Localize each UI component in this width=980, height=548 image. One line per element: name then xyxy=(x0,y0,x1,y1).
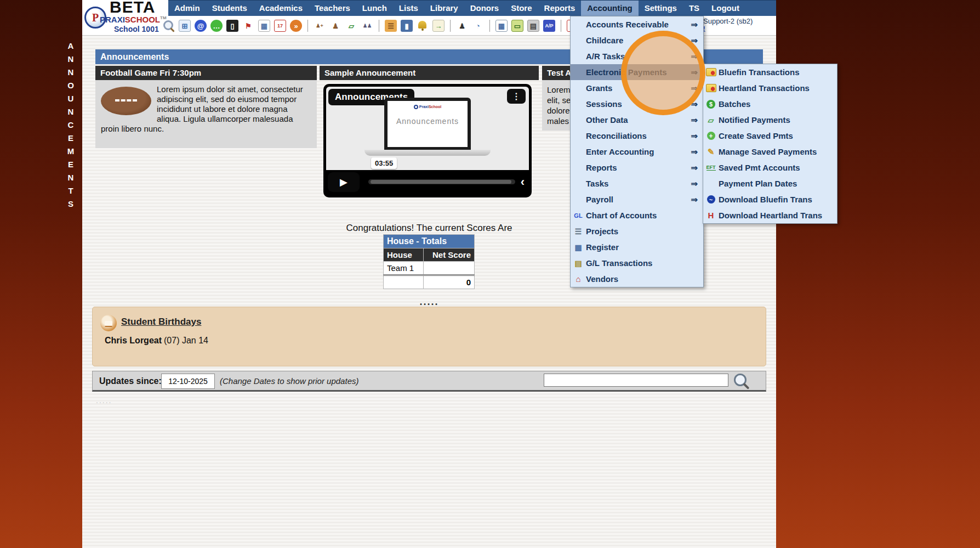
email-icon[interactable]: @ xyxy=(195,20,207,32)
search-icon[interactable] xyxy=(163,20,175,32)
menu-item-projects[interactable]: ☰Projects xyxy=(571,223,703,239)
menu-item-childcare[interactable]: Childcare⇒ xyxy=(571,32,703,48)
menu-item-label: Childcare xyxy=(586,36,623,45)
lunch-icon[interactable]: ☰ xyxy=(385,20,397,32)
nav-teachers[interactable]: Teachers xyxy=(309,1,356,16)
nav-donors[interactable]: Donors xyxy=(464,1,505,16)
nav-academics[interactable]: Academics xyxy=(253,1,309,16)
phone-icon[interactable]: ▯ xyxy=(226,20,238,32)
search-icon[interactable] xyxy=(733,372,750,390)
nav-library[interactable]: Library xyxy=(424,1,464,16)
alert-flag-icon[interactable]: ⚑ xyxy=(242,20,254,32)
nav-lunch[interactable]: Lunch xyxy=(356,1,393,16)
menu-item-g-l-transactions[interactable]: ▤G/L Transactions xyxy=(571,255,703,271)
vertical-announcements-label: ANNOUNCEMENTS xyxy=(65,39,77,211)
nav-reports[interactable]: Reports xyxy=(538,1,582,16)
menu-item-create-saved-pmts[interactable]: +Create Saved Pmts xyxy=(703,128,837,144)
birthday-entry: Chris Lorgeat(07) Jan 14 xyxy=(105,336,208,346)
menu-item-electronic-payments[interactable]: Electronic Payments⇒ xyxy=(571,64,703,80)
toolbar-divider xyxy=(489,20,490,32)
print-check-icon[interactable]: ▤ xyxy=(527,20,539,32)
calendar-grid-icon[interactable]: ⊞ xyxy=(179,20,191,32)
dots-separator: ..... xyxy=(95,296,763,308)
birthdays-title[interactable]: Student Birthdays xyxy=(121,317,201,327)
menu-item-chart-of-accounts[interactable]: GLChart of Accounts xyxy=(571,207,703,223)
total-label-cell xyxy=(384,275,424,289)
menu-item-download-bluefin-trans[interactable]: ~Download Bluefin Trans xyxy=(703,191,837,207)
card-icon xyxy=(703,68,719,76)
search-input[interactable] xyxy=(544,374,728,387)
form-arrow-icon[interactable]: → xyxy=(432,20,445,32)
check-card-icon[interactable]: ▭ xyxy=(511,20,523,32)
updates-date-input[interactable] xyxy=(161,374,215,389)
megaphone-icon[interactable]: » xyxy=(290,20,302,32)
menu-item-saved-pmt-accounts[interactable]: EFTSaved Pmt Accounts xyxy=(703,160,837,176)
menu-item-accounts-receivable[interactable]: Accounts Receivable⇒ xyxy=(571,16,703,32)
menu-item-grants[interactable]: Grants⇒ xyxy=(571,80,703,96)
date-calendar-icon[interactable]: 17 xyxy=(274,20,286,32)
menu-item-label: Manage Saved Payments xyxy=(719,147,817,156)
menu-item-sessions[interactable]: Sessions⇒ xyxy=(571,96,703,112)
report-table-icon[interactable]: ▦ xyxy=(495,20,508,32)
menu-item-tasks[interactable]: Tasks⇒ xyxy=(571,176,703,191)
menu-item-other-data[interactable]: Other Data⇒ xyxy=(571,112,703,128)
nav-admin[interactable]: Admin xyxy=(168,1,206,16)
menu-item-notified-payments[interactable]: ▱Notified Payments xyxy=(703,112,837,128)
brand-name: PRAXISCHOOLTM xyxy=(100,15,167,24)
nav-store[interactable]: Store xyxy=(505,1,538,16)
nav-students[interactable]: Students xyxy=(206,1,253,16)
tickets-icon[interactable]: ▱ xyxy=(345,20,357,32)
bluefin-icon: ~ xyxy=(703,195,719,204)
building-icon: ⌂ xyxy=(571,274,586,284)
pencil-icon: ✎ xyxy=(703,147,719,157)
laptop-screen-title: Announcements xyxy=(388,117,468,126)
student-icon[interactable]: ♟ xyxy=(329,20,341,32)
video-player[interactable]: Announcements ⋮ PraxiSchool Announcement… xyxy=(323,84,532,197)
user-label[interactable]: Support-2 (sb2) xyxy=(703,17,753,25)
menu-item-payment-plan-dates[interactable]: Payment Plan Dates xyxy=(703,176,837,191)
menu-item-reports[interactable]: Reports⇒ xyxy=(571,160,703,176)
menu-item-download-heartland-trans[interactable]: HDownload Heartland Trans xyxy=(703,207,837,223)
main-nav: AdminStudentsAcademicsTeachersLunchLists… xyxy=(168,0,776,16)
nav-lists[interactable]: Lists xyxy=(393,1,424,16)
menu-item-vendors[interactable]: ⌂Vendors xyxy=(571,271,703,287)
toolbar-divider xyxy=(450,20,451,32)
side-letter: E xyxy=(65,158,77,171)
heartland-icon: H xyxy=(703,211,719,220)
nav-settings[interactable]: Settings xyxy=(639,1,683,16)
schedule-calendar-icon[interactable]: ▦ xyxy=(258,20,270,32)
submenu-arrow-icon: ⇒ xyxy=(691,115,698,125)
nav-logout[interactable]: Logout xyxy=(705,1,745,16)
ap-icon[interactable]: A/P xyxy=(543,20,555,32)
admin-person-icon[interactable]: ♟ xyxy=(456,20,468,32)
beta-label: BETA xyxy=(110,0,155,16)
menu-item-payroll[interactable]: Payroll⇒ xyxy=(571,191,703,207)
faint-dots: ..... xyxy=(96,396,112,405)
side-letter: M xyxy=(65,145,77,158)
chat-icon[interactable]: … xyxy=(210,20,223,32)
menu-item-register[interactable]: ▦Register xyxy=(571,239,703,255)
progress-bar[interactable] xyxy=(368,179,515,184)
chevron-left-icon[interactable]: ‹ xyxy=(521,177,525,188)
menu-item-bluefin-transactions[interactable]: Bluefin Transactions xyxy=(703,64,837,80)
library-icon[interactable]: ▮ xyxy=(401,20,413,32)
menu-item-label: Heartland Transactions xyxy=(719,83,810,93)
menu-item-a-r-tasks[interactable]: A/R Tasks⇒ xyxy=(571,48,703,64)
play-button[interactable]: ▶ xyxy=(328,172,360,192)
add-student-icon[interactable]: ♟+ xyxy=(314,20,326,32)
menu-item-enter-accounting[interactable]: Enter Accounting⇒ xyxy=(571,144,703,160)
nav-accounting[interactable]: Accounting xyxy=(581,1,639,16)
football-image xyxy=(101,87,151,115)
menu-item-heartland-transactions[interactable]: Heartland Transactions xyxy=(703,80,837,96)
menu-item-batches[interactable]: $Batches xyxy=(703,96,837,112)
nav-ts[interactable]: TS xyxy=(683,1,705,16)
bell-icon[interactable] xyxy=(417,20,429,32)
menu-item-reconciliations[interactable]: Reconciliations⇒ xyxy=(571,128,703,144)
clock-icon[interactable]: ◔ xyxy=(472,20,484,32)
family-icon[interactable]: ♟♟ xyxy=(361,20,373,32)
menu-item-manage-saved-payments[interactable]: ✎Manage Saved Payments xyxy=(703,144,837,160)
side-letter: N xyxy=(65,66,77,79)
menu-item-label: Payment Plan Dates xyxy=(719,179,797,188)
side-letter: S xyxy=(65,197,77,211)
page-background: ANNOUNCEMENTS P BETA PRAXISCHOOLTM Schoo… xyxy=(0,0,980,548)
